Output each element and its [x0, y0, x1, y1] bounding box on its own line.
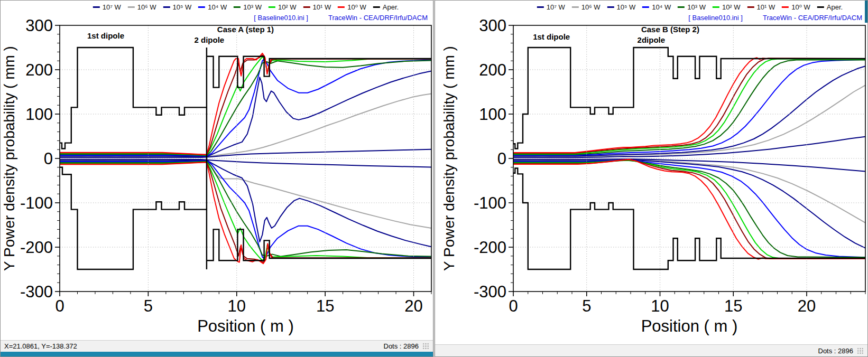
svg-text:-200: -200 — [474, 238, 506, 257]
legend-dash-icon — [572, 6, 579, 8]
status-bar: Dots : 2896 — [435, 344, 867, 356]
legend-dash-icon — [537, 6, 544, 8]
legend-dash-icon — [163, 6, 170, 8]
legend-label: 10⁵ W — [617, 3, 636, 11]
svg-text:5: 5 — [144, 297, 153, 315]
legend-item: 10⁵ W — [607, 3, 636, 11]
plot-canvas-case-b[interactable]: 05101520-300-200-1000100200300Position (… — [435, 1, 867, 345]
x-axis-title: Position ( m ) — [641, 317, 738, 335]
svg-text:0: 0 — [55, 297, 64, 315]
cursor-coords: X=21.0861, Y=-138.372 — [4, 342, 77, 350]
plot-canvas-case-a[interactable]: 05101520-300-200-1000100200300Position (… — [1, 1, 433, 340]
legend-dash-icon — [269, 6, 275, 8]
legend-label: Aper. — [827, 3, 843, 11]
legend-label: 10³ W — [687, 3, 706, 11]
legend-dash-icon — [198, 6, 205, 8]
dots-count: Dots : 2896 — [384, 342, 419, 350]
legend-item: 10⁰ W — [338, 3, 366, 11]
legend-item: 10⁴ W — [642, 3, 671, 11]
legend-item: 10⁰ W — [782, 3, 810, 11]
ini-file-label: [ Baseline010.ini ] — [688, 14, 743, 22]
legend-item: 10⁷ W — [93, 3, 121, 11]
legend-label: 10⁴ W — [208, 3, 227, 11]
legend-dash-icon — [234, 6, 241, 8]
svg-text:15: 15 — [724, 297, 742, 315]
legend-label: 10³ W — [243, 3, 262, 11]
legend-item: 10⁶ W — [128, 3, 156, 11]
x-axis-title: Position ( m ) — [197, 317, 294, 335]
legend-dash-icon — [303, 6, 310, 8]
y-axis-title: Y Power density probability ( mm ) — [441, 46, 457, 271]
gridlines — [60, 25, 431, 292]
active-window-accent — [1, 352, 433, 356]
annotation: 2 dipole — [195, 35, 225, 44]
legend-dash-icon — [607, 6, 614, 8]
svg-text:200: 200 — [25, 61, 53, 79]
legend-label: 10⁶ W — [581, 3, 601, 11]
legend-dash-icon — [338, 6, 345, 8]
plot-header: [ Baseline010.ini ] TraceWin - CEA/DRF/I… — [254, 14, 428, 22]
svg-text:100: 100 — [25, 105, 53, 124]
legend-label: 10⁶ W — [137, 3, 156, 11]
legend-label: 10⁷ W — [547, 3, 565, 11]
legend-label: 10² W — [278, 3, 297, 11]
legend-item: 10³ W — [234, 3, 262, 11]
svg-text:10: 10 — [228, 297, 246, 315]
ini-file-label: [ Baseline010.ini ] — [254, 14, 308, 22]
legend-label: 10⁰ W — [347, 3, 366, 11]
legend-item: Aper. — [817, 3, 843, 11]
legend-label: 10⁷ W — [103, 3, 121, 11]
svg-text:-300: -300 — [20, 283, 53, 301]
legend: 10⁷ W10⁶ W10⁵ W10⁴ W10³ W10² W10¹ W10⁰ W… — [93, 3, 399, 11]
legend-dash-icon — [817, 6, 824, 8]
svg-text:-300: -300 — [474, 283, 506, 301]
legend-item: 10⁷ W — [537, 3, 565, 11]
legend-item: 10² W — [269, 3, 297, 11]
svg-text:-200: -200 — [20, 238, 53, 257]
legend-dash-icon — [373, 6, 380, 8]
legend-dash-icon — [747, 6, 754, 8]
svg-text:0: 0 — [509, 297, 518, 315]
tick-labels: 05101520-300-200-1000100200300 — [474, 16, 816, 315]
legend-item: 10² W — [713, 3, 741, 11]
svg-text:300: 300 — [479, 16, 506, 35]
plot-window-case-a: 10⁷ W10⁶ W10⁵ W10⁴ W10³ W10² W10¹ W10⁰ W… — [0, 0, 433, 357]
legend-label: 10⁵ W — [173, 3, 192, 11]
svg-text:5: 5 — [582, 297, 591, 315]
svg-text:15: 15 — [316, 297, 334, 315]
legend-item: 10⁵ W — [163, 3, 192, 11]
svg-text:10: 10 — [651, 297, 669, 315]
plot-header: [ Baseline010.ini ] TraceWin - CEA/DRF/I… — [688, 14, 862, 22]
svg-text:20: 20 — [404, 297, 422, 315]
svg-text:20: 20 — [798, 297, 816, 315]
legend-item: 10⁶ W — [572, 3, 601, 11]
app-title: TraceWin - CEA/DRF/Irfu/DACM — [763, 14, 862, 22]
resize-grip[interactable] — [857, 347, 864, 354]
legend-item: 10¹ W — [747, 3, 775, 11]
dots-count: Dots : 2896 — [818, 347, 854, 355]
annotation: Case B (Step 2) — [641, 25, 699, 34]
legend-dash-icon — [128, 6, 135, 8]
legend-item: 10⁴ W — [198, 3, 227, 11]
svg-text:0: 0 — [497, 149, 506, 168]
svg-text:-100: -100 — [474, 194, 506, 212]
annotation: 1st dipole — [533, 32, 570, 41]
window-corner-accent — [865, 1, 867, 23]
annotation: 1st dipole — [87, 31, 124, 40]
legend-label: Aper. — [383, 3, 399, 11]
legend-item: 10³ W — [678, 3, 706, 11]
legend-label: 10² W — [722, 3, 741, 11]
svg-text:200: 200 — [479, 61, 506, 79]
legend-label: 10⁰ W — [791, 3, 810, 11]
annotation: Case A (step 1) — [217, 25, 274, 34]
resize-grip[interactable] — [422, 343, 429, 350]
legend-label: 10¹ W — [313, 3, 331, 11]
legend-dash-icon — [93, 6, 100, 8]
app-title: TraceWin - CEA/DRF/Irfu/DACM — [328, 14, 428, 22]
y-axis-title: Y Power density probability ( mm ) — [1, 46, 17, 271]
svg-text:100: 100 — [479, 105, 506, 124]
legend-dash-icon — [642, 6, 649, 8]
legend-dash-icon — [678, 6, 685, 8]
plot-window-case-b: 10⁷ W10⁶ W10⁵ W10⁴ W10³ W10² W10¹ W10⁰ W… — [435, 0, 868, 357]
svg-text:300: 300 — [25, 16, 53, 35]
